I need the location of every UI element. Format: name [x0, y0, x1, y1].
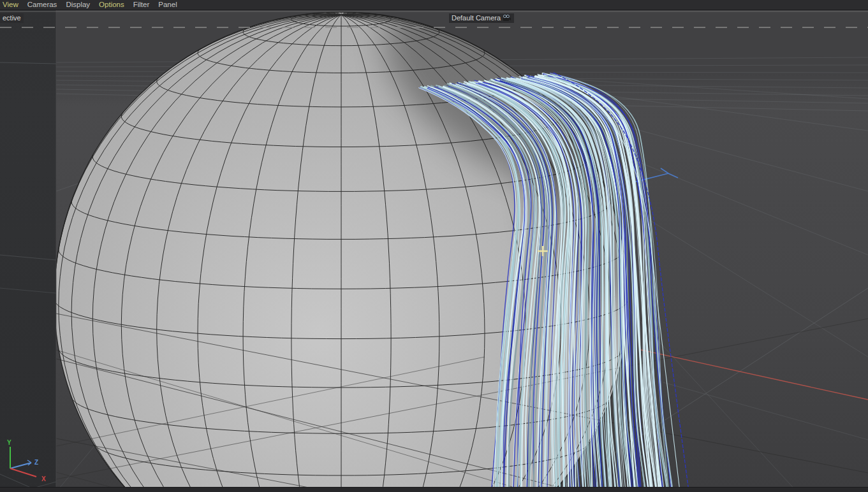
- menu-item-view[interactable]: View: [3, 0, 18, 10]
- gizmo-y-label: Y: [7, 439, 11, 446]
- menu-item-filter[interactable]: Filter: [133, 0, 150, 10]
- camera-icon: [503, 15, 511, 22]
- viewport-menu-bar: View Cameras Display Options Filter Pane…: [0, 0, 868, 10]
- menu-item-display[interactable]: Display: [66, 0, 90, 10]
- viewport-canvas[interactable]: YZX: [0, 0, 868, 492]
- camera-label[interactable]: Default Camera: [449, 13, 514, 23]
- menu-item-cameras[interactable]: Cameras: [27, 0, 57, 10]
- gizmo-x-label: X: [41, 475, 46, 482]
- left-viewport-pane[interactable]: YZX: [0, 10, 56, 492]
- left-pane-label-text: ective: [3, 13, 21, 23]
- gizmo-z-label: Z: [34, 459, 38, 466]
- menu-item-panel[interactable]: Panel: [158, 0, 177, 10]
- viewport-bottom-edge: [0, 487, 868, 492]
- left-pane-viewport-label[interactable]: ective: [0, 13, 24, 23]
- camera-label-text: Default Camera: [452, 13, 501, 23]
- menu-item-options[interactable]: Options: [99, 0, 124, 10]
